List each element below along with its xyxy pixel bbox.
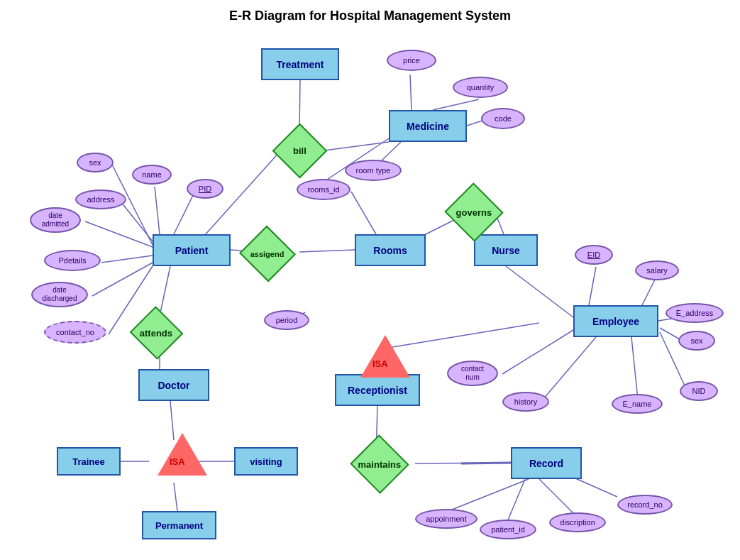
- svg-line-20: [506, 266, 573, 317]
- attr-code: code: [481, 108, 525, 129]
- entity-permanent: Permanent: [142, 511, 216, 539]
- svg-line-28: [502, 330, 573, 374]
- svg-line-12: [85, 221, 153, 247]
- attr-eid: EID: [575, 245, 613, 265]
- entity-record: Record: [511, 447, 582, 479]
- entity-patient: Patient: [153, 234, 231, 266]
- svg-line-17: [299, 250, 355, 252]
- attr-address: address: [75, 190, 126, 209]
- svg-line-9: [155, 187, 160, 234]
- rel-assigend: assigend: [239, 226, 296, 282]
- svg-line-39: [448, 479, 529, 511]
- attr-price: price: [387, 50, 436, 71]
- attr-contact-num: contact num: [447, 361, 498, 386]
- attr-record-no: record_no: [617, 495, 673, 515]
- attr-sex: sex: [77, 153, 114, 172]
- svg-line-29: [160, 266, 170, 316]
- er-diagram-canvas: E-R Diagram for Hospital Management Syst…: [0, 0, 740, 560]
- entity-medicine: Medicine: [389, 110, 467, 142]
- attr-patient-id: patient_id: [480, 520, 536, 539]
- attr-sex2: sex: [678, 331, 715, 351]
- attr-discription: discription: [549, 512, 606, 532]
- svg-line-11: [121, 202, 153, 241]
- isa-employee: ISA: [360, 335, 410, 378]
- rel-governs: governs: [444, 182, 503, 241]
- attr-room-type: room type: [345, 160, 402, 181]
- svg-line-10: [174, 191, 195, 234]
- svg-line-34: [415, 463, 511, 463]
- attr-salary: salary: [635, 260, 679, 280]
- attr-nid: NID: [680, 381, 718, 401]
- svg-line-41: [539, 479, 575, 515]
- attr-history: history: [502, 392, 549, 412]
- attr-quantity: quantity: [453, 77, 508, 98]
- svg-line-14: [92, 263, 153, 296]
- svg-line-3: [410, 75, 412, 110]
- entity-employee: Employee: [573, 305, 658, 337]
- entity-nurse: Nurse: [474, 234, 538, 266]
- svg-line-38: [174, 483, 177, 511]
- attr-pid: PID: [187, 179, 223, 199]
- diagram-title: E-R Diagram for Hospital Management Syst…: [0, 9, 740, 23]
- rel-attends: attends: [130, 306, 184, 360]
- attr-e-name: E_name: [612, 394, 663, 414]
- rel-bill: bill: [272, 123, 328, 179]
- attr-contact-no: contact_no: [44, 321, 106, 344]
- svg-line-44: [351, 192, 376, 234]
- svg-line-4: [433, 99, 479, 110]
- svg-line-46: [461, 463, 511, 463]
- attr-period: period: [264, 310, 309, 330]
- entity-rooms: Rooms: [355, 234, 426, 266]
- entity-visiting: visiting: [234, 447, 298, 476]
- entity-treatment: Treatment: [261, 48, 339, 80]
- svg-line-27: [539, 337, 596, 404]
- svg-line-5: [465, 121, 482, 126]
- attr-appoinment: appoinment: [415, 509, 477, 529]
- attr-e-address: E_address: [666, 303, 724, 323]
- attr-rooms-id: rooms_id: [297, 179, 350, 200]
- entity-trainee: Trainee: [57, 447, 121, 476]
- attr-name: name: [132, 165, 172, 185]
- svg-line-21: [589, 267, 596, 305]
- entity-receptionist: Receptionist: [335, 374, 420, 406]
- svg-line-1: [319, 142, 389, 151]
- entity-doctor: Doctor: [138, 369, 209, 401]
- svg-line-40: [507, 479, 525, 522]
- attr-pdetails: Pdetails: [44, 250, 101, 271]
- attr-date-admitted: date admitted: [30, 207, 81, 233]
- svg-line-13: [101, 256, 153, 263]
- isa-doctor: ISA: [158, 433, 207, 476]
- rel-maintains: maintains: [350, 434, 409, 493]
- attr-date-discharged: date discharged: [31, 282, 88, 307]
- svg-line-19: [497, 216, 504, 234]
